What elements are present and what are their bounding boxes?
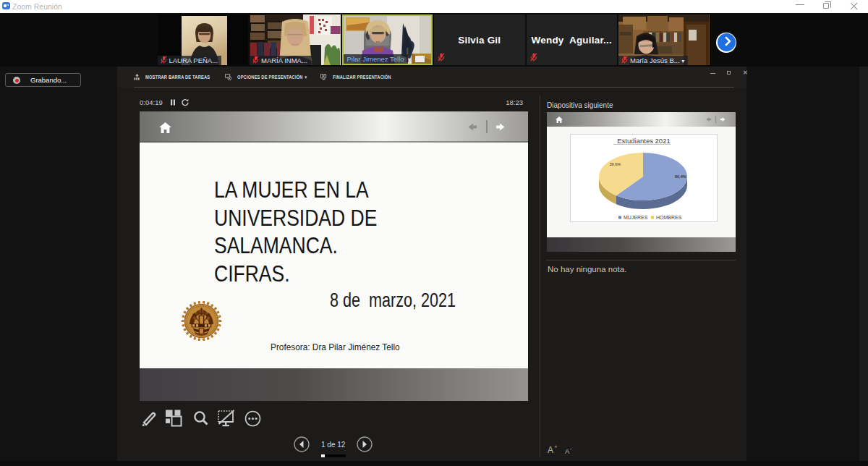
svg-text:MUJERES: MUJERES [624, 215, 648, 220]
svg-text:HOMBRES: HOMBRES [656, 215, 682, 220]
svg-text:60,4%: 60,4% [675, 174, 686, 178]
svg-text:39,6%: 39,6% [609, 162, 621, 166]
svg-text:Estudiantes 2021: Estudiantes 2021 [617, 136, 670, 144]
